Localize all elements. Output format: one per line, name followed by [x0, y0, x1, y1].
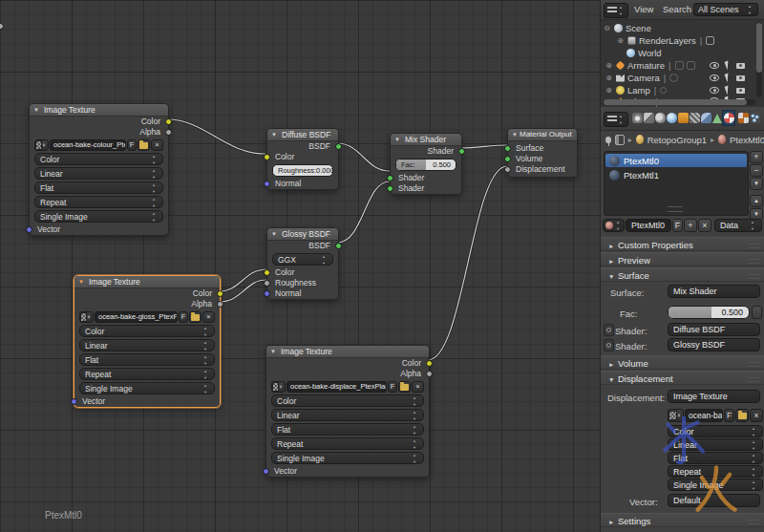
- offscreen-node-socket[interactable]: [0, 23, 4, 30]
- move-slot-up-button[interactable]: ▲: [750, 195, 763, 207]
- add-slot-button[interactable]: +: [750, 151, 763, 163]
- fake-user-button[interactable]: F: [127, 139, 137, 151]
- shader1-socket-button[interactable]: [604, 324, 614, 336]
- collapse-icon[interactable]: ▼: [78, 276, 84, 287]
- bsdf-output-socket[interactable]: [335, 243, 342, 249]
- collapse-icon[interactable]: ▼: [271, 228, 277, 240]
- panel-custom-properties[interactable]: ►Custom Properties: [601, 237, 764, 251]
- render-visibility-icon[interactable]: [736, 63, 745, 69]
- list-resize-grip[interactable]: [668, 206, 683, 212]
- collapse-icon[interactable]: ▼: [608, 372, 618, 387]
- panel-volume[interactable]: ►Volume: [601, 355, 764, 370]
- collapse-icon[interactable]: ▼: [394, 134, 400, 145]
- image-datablock-icon[interactable]: [271, 381, 286, 393]
- vector-input-socket[interactable]: [263, 468, 269, 475]
- image-datablock-icon[interactable]: [668, 409, 684, 422]
- collapse-icon[interactable]: ▼: [271, 129, 277, 140]
- lamp-visibility-toggles[interactable]: [710, 86, 745, 95]
- color-input-socket[interactable]: [264, 269, 270, 276]
- collapse-circle-icon[interactable]: ⊖: [603, 24, 611, 32]
- projection-select[interactable]: Flat: [668, 452, 763, 464]
- outliner-item-camera[interactable]: ⊕ Camera |: [605, 72, 678, 83]
- roughness-input-socket[interactable]: [264, 280, 270, 287]
- expand-circle-icon[interactable]: ⊕: [605, 61, 613, 70]
- eye-icon[interactable]: [710, 62, 719, 69]
- search-menu[interactable]: Search: [663, 4, 691, 14]
- expand-icon[interactable]: ►: [608, 515, 618, 529]
- tab-material[interactable]: [722, 110, 735, 126]
- interpolation-select[interactable]: Linear: [668, 438, 763, 451]
- color-space-select[interactable]: Color: [668, 425, 763, 437]
- editor-type-button[interactable]: [604, 3, 628, 18]
- panel-settings[interactable]: ►Settings: [601, 513, 764, 527]
- armature-visibility-toggles[interactable]: [710, 61, 745, 70]
- node-header[interactable]: ▼Image Texture: [74, 276, 220, 288]
- open-image-button[interactable]: [398, 381, 411, 393]
- eye-icon[interactable]: [710, 87, 719, 94]
- node-material-output[interactable]: ▼Material Output Surface Volume Displace…: [507, 128, 578, 178]
- displacement-input-socket[interactable]: [504, 166, 511, 173]
- source-select[interactable]: Single Image: [79, 382, 215, 394]
- outliner-vertical-scrollbar[interactable]: [756, 22, 762, 97]
- expand-circle-icon[interactable]: ⊕: [605, 74, 613, 82]
- node-header[interactable]: ▼Image Texture: [266, 346, 429, 358]
- shader2-input-socket[interactable]: [387, 185, 393, 192]
- unlink-image-button[interactable]: ×: [750, 409, 763, 422]
- fac-slider[interactable]: Fac:0.500: [395, 159, 456, 171]
- expand-icon[interactable]: ►: [608, 239, 618, 253]
- node-image-texture-colour[interactable]: ▼Image Texture Color Alpha ocean-bake-co…: [29, 103, 169, 236]
- volume-input-socket[interactable]: [504, 156, 511, 162]
- fac-link-button[interactable]: [752, 306, 762, 319]
- shader-output-socket[interactable]: [458, 148, 465, 155]
- extension-select[interactable]: Repeat: [79, 368, 215, 380]
- node-header[interactable]: ▼Mix Shader: [391, 134, 461, 146]
- cursor-icon[interactable]: [725, 74, 732, 83]
- render-visibility-icon[interactable]: [736, 88, 745, 94]
- color-output-socket[interactable]: [165, 118, 172, 125]
- collapse-icon[interactable]: ▼: [270, 346, 276, 357]
- pin-icon[interactable]: [605, 137, 611, 143]
- source-select[interactable]: Single Image: [34, 210, 163, 223]
- image-name-field[interactable]: ocean-bak...: [685, 409, 723, 422]
- node-editor[interactable]: ▼Image Texture Color Alpha ocean-bake-co…: [0, 0, 600, 532]
- outliner-horizontal-scrollbar[interactable]: [603, 99, 755, 105]
- material-name-field[interactable]: PtexMtl0: [626, 219, 671, 232]
- surface-input-socket[interactable]: [504, 145, 511, 152]
- outliner-item-scene[interactable]: ⊖ Scene: [603, 22, 651, 33]
- node-image-texture-gloss[interactable]: ▼Image Texture Color Alpha ocean-bake-gl…: [74, 275, 221, 408]
- cursor-icon[interactable]: [725, 86, 732, 96]
- fake-user-button[interactable]: F: [724, 409, 734, 422]
- projection-select[interactable]: Flat: [271, 423, 424, 436]
- breadcrumb-object[interactable]: RetopoGroup1: [647, 135, 707, 145]
- outliner-item-lamp[interactable]: ⊕ Lamp |: [605, 84, 667, 96]
- node-diffuse-bsdf[interactable]: ▼Diffuse BSDF BSDF Color Roughness:0.000…: [266, 128, 339, 190]
- color-input-socket[interactable]: [264, 154, 270, 160]
- fake-user-button[interactable]: F: [672, 219, 683, 232]
- node-header[interactable]: ▼Diffuse BSDF: [267, 129, 338, 141]
- displacement-select[interactable]: Image Texture: [668, 390, 760, 403]
- unlink-image-button[interactable]: ×: [151, 139, 163, 151]
- fake-user-button[interactable]: F: [388, 381, 397, 393]
- fake-user-button[interactable]: F: [179, 311, 188, 323]
- remove-slot-button[interactable]: −: [750, 164, 763, 177]
- color-output-socket[interactable]: [217, 290, 223, 297]
- material-slots-list[interactable]: PtexMtl0 PtexMtl1: [604, 151, 749, 216]
- vector-select[interactable]: Default: [668, 494, 760, 507]
- vector-input-socket[interactable]: [71, 398, 77, 405]
- display-mode-select[interactable]: All Scenes: [693, 3, 758, 16]
- breadcrumb-material[interactable]: PtexMtl0: [730, 135, 764, 145]
- node-glossy-bsdf[interactable]: ▼Glossy BSDF BSDF GGX Color Roughness No…: [266, 227, 339, 300]
- panel-displacement[interactable]: ▼Displacement: [601, 371, 764, 385]
- node-header[interactable]: ▼Material Output: [508, 129, 577, 141]
- outliner-item-world[interactable]: World: [626, 47, 662, 58]
- material-slot-1[interactable]: PtexMtl1: [605, 168, 747, 181]
- extension-select[interactable]: Repeat: [34, 196, 163, 208]
- expand-icon[interactable]: ►: [608, 357, 618, 372]
- projection-select[interactable]: Flat: [34, 181, 163, 194]
- image-name-field[interactable]: ocean-bake-colour_PtexPlane0...: [50, 139, 126, 151]
- extension-select[interactable]: Repeat: [271, 437, 424, 450]
- interpolation-select[interactable]: Linear: [34, 167, 163, 180]
- slot-specials-button[interactable]: ▼: [750, 178, 763, 190]
- interpolation-select[interactable]: Linear: [271, 409, 424, 421]
- normal-input-socket[interactable]: [264, 290, 270, 297]
